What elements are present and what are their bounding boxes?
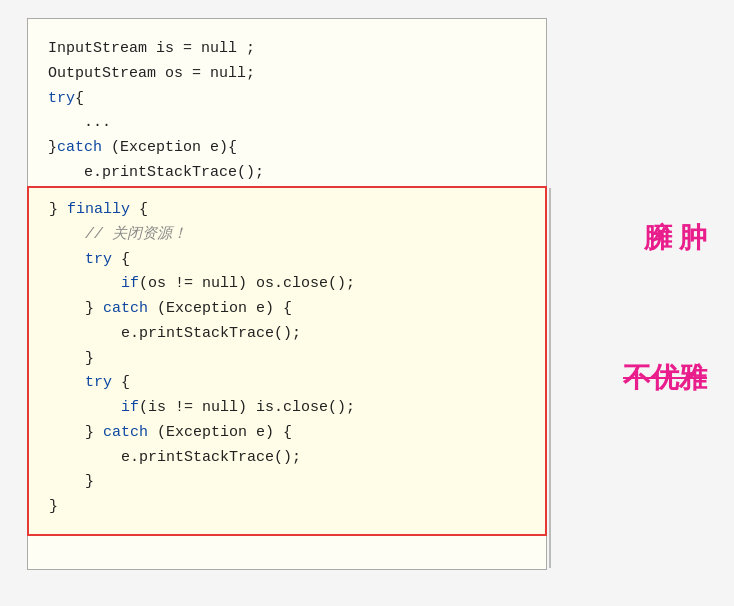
if2-line: if(is != null) is.close(); (49, 396, 525, 421)
code-line-2: OutputStream os = null; (48, 62, 526, 87)
close2-line: } (49, 347, 525, 372)
finally-line: } finally { (49, 198, 525, 223)
main-container: InputStream is = null ; OutputStream os … (27, 18, 707, 588)
separator-line (549, 188, 551, 568)
print3-line: e.printStackTrace(); (49, 446, 525, 471)
try2-line: try { (49, 248, 525, 273)
if1-line: if(os != null) os.close(); (49, 272, 525, 297)
print2-line: e.printStackTrace(); (49, 322, 525, 347)
catch2-line: } catch (Exception e) { (49, 297, 525, 322)
code-line-4: ... (48, 111, 526, 136)
comment-line: // 关闭资源！ (49, 223, 525, 248)
tumour-annotation: 臃 肿 (644, 218, 707, 257)
code-line-5: }catch (Exception e){ (48, 136, 526, 161)
close3-line: } (49, 470, 525, 495)
try3-line: try { (49, 371, 525, 396)
inelegant-annotation: 不优雅 (623, 358, 707, 397)
code-line-6: e.printStackTrace(); (48, 161, 526, 186)
inner-code-block: } finally { // 关闭资源！ try { if(os != null… (27, 186, 547, 536)
code-line-3: try{ (48, 87, 526, 112)
catch3-line: } catch (Exception e) { (49, 421, 525, 446)
code-line-1: InputStream is = null ; (48, 37, 526, 62)
end-line: } (49, 495, 525, 520)
